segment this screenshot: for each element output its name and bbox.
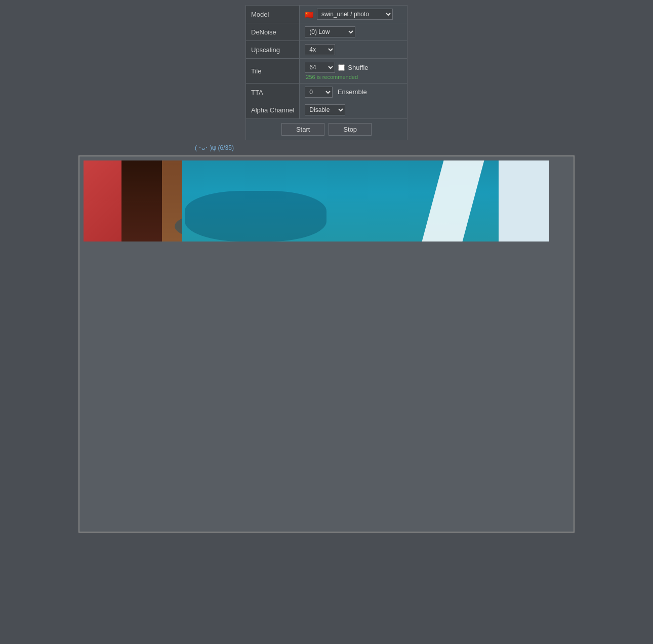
preview-wrapper: [79, 156, 574, 532]
model-flag-icon: 🇨🇳: [305, 11, 313, 19]
upscaling-row: Upscaling 1x 2x 4x 8x: [246, 41, 407, 59]
model-select[interactable]: swin_unet / photo swin_unet / art cunet …: [317, 9, 393, 20]
ensemble-label: Ensemble: [338, 88, 367, 96]
tta-label: TTA: [246, 84, 300, 101]
tile-row: Tile 16 32 64 128 256 Shuffle 2: [246, 59, 407, 84]
upscaling-cell: 1x 2x 4x 8x: [300, 41, 407, 59]
tile-cell: 16 32 64 128 256 Shuffle 256 is recommen…: [300, 59, 407, 84]
preview-image-top: [84, 160, 549, 242]
stop-button[interactable]: Stop: [329, 123, 372, 136]
start-button[interactable]: Start: [281, 123, 324, 136]
denoise-label: DeNoise: [246, 23, 300, 41]
model-cell: 🇨🇳 swin_unet / photo swin_unet / art cun…: [300, 6, 407, 23]
buttons-row: Start Stop: [246, 119, 407, 140]
alpha-channel-label: Alpha Channel: [246, 101, 300, 119]
buttons-cell: Start Stop: [246, 119, 407, 140]
alpha-channel-cell: Disable Enable: [300, 101, 407, 119]
upscaling-label: Upscaling: [246, 41, 300, 59]
tta-cell: 0 1 2 3 4 5 6 7 Ensemble: [300, 84, 407, 101]
preview-container: [78, 155, 575, 533]
alpha-channel-select[interactable]: Disable Enable: [305, 104, 345, 115]
shuffle-checkbox[interactable]: [338, 64, 345, 71]
model-row: Model 🇨🇳 swin_unet / photo swin_unet / a…: [246, 6, 407, 23]
denoise-select[interactable]: (0) Low (1) Medium (2) High (3) Highest: [305, 26, 355, 37]
tta-row: TTA 0 1 2 3 4 5 6 7 Ensemble: [246, 84, 407, 101]
tile-label: Tile: [246, 59, 300, 84]
preview-image-bottom: [84, 242, 549, 528]
denoise-row: DeNoise (0) Low (1) Medium (2) High (3) …: [246, 23, 407, 41]
settings-panel: Model 🇨🇳 swin_unet / photo swin_unet / a…: [246, 5, 407, 140]
tile-select[interactable]: 16 32 64 128 256: [305, 62, 335, 73]
denoise-cell: (0) Low (1) Medium (2) High (3) Highest: [300, 23, 407, 41]
status-bar: ( ･ᴗ･ )ψ (6/35): [195, 144, 234, 151]
tta-select[interactable]: 0 1 2 3 4 5 6 7: [305, 87, 333, 98]
model-label: Model: [246, 6, 300, 23]
shuffle-label: Shuffle: [348, 64, 368, 71]
status-text: ( ･ᴗ･ )ψ (6/35): [195, 144, 234, 151]
upscaling-select[interactable]: 1x 2x 4x 8x: [305, 44, 335, 55]
recommended-text: 256 is recommended: [306, 74, 402, 80]
alpha-channel-row: Alpha Channel Disable Enable: [246, 101, 407, 119]
